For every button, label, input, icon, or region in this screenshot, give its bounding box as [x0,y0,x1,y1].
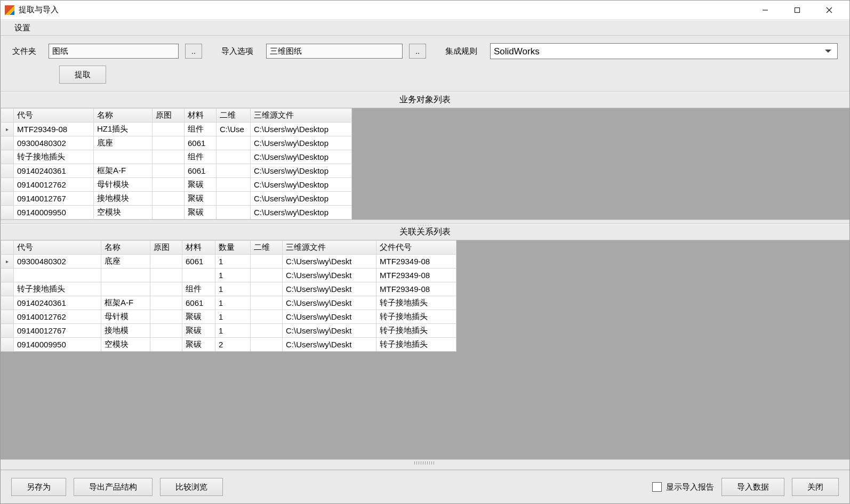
table-cell[interactable]: 09140012762 [14,310,101,324]
row-header[interactable] [1,338,14,352]
table-cell[interactable]: C:\Users\wy\Desktop [251,192,352,206]
table-cell[interactable]: C:\Users\wy\Deskt [283,296,376,310]
table-row[interactable]: 1C:\Users\wy\DesktMTF29349-08 [1,269,456,282]
table-row[interactable]: 09140012762母针模聚碳1C:\Users\wy\Deskt转子接地插头 [1,310,456,324]
table-cell[interactable]: 1 [215,255,251,269]
table-cell[interactable] [216,206,251,220]
table-cell[interactable] [101,269,150,282]
save-as-button[interactable]: 另存为 [11,478,66,496]
table-cell[interactable] [251,324,283,338]
table-cell[interactable]: MTF29349-08 [14,123,94,136]
table-cell[interactable]: C:\Users\wy\Deskt [283,269,376,282]
table-cell[interactable]: 聚碳 [185,178,216,192]
table-cell[interactable] [216,192,251,206]
table-row[interactable]: 转子接地插头组件C:\Users\wy\Desktop [1,150,352,164]
table-cell[interactable]: C:\Users\wy\Desktop [251,136,352,150]
table-cell[interactable]: 空模块 [94,206,153,220]
maximize-button[interactable] [781,1,813,20]
row-header-corner[interactable] [1,241,14,255]
menu-settings[interactable]: 设置 [10,22,35,34]
table-cell[interactable]: 2 [215,338,251,352]
table-cell[interactable] [153,123,185,136]
table-cell[interactable]: C:\Users\wy\Deskt [283,338,376,352]
table-cell[interactable] [150,296,182,310]
table-cell[interactable]: C:\Users\wy\Deskt [283,255,376,269]
table-cell[interactable] [216,164,251,178]
table-cell[interactable]: 6061 [182,255,215,269]
splitter-1[interactable] [1,220,849,224]
column-header[interactable]: 原图 [153,109,185,123]
table-cell[interactable]: 09300480302 [14,136,94,150]
column-header[interactable]: 数量 [215,241,251,255]
table-cell[interactable]: C:\Users\wy\Desktop [251,178,352,192]
table-cell[interactable] [182,269,215,282]
table-cell[interactable]: 1 [215,324,251,338]
table-cell[interactable]: 1 [215,282,251,296]
table-cell[interactable] [216,136,251,150]
table-cell[interactable]: 聚碳 [182,338,215,352]
row-header-corner[interactable] [1,109,14,123]
table-row[interactable]: 09140009950空模块聚碳C:\Users\wy\Desktop [1,206,352,220]
table-cell[interactable]: C:\Users\wy\Desktop [251,150,352,164]
table-cell[interactable] [153,192,185,206]
column-header[interactable]: 三维源文件 [251,109,352,123]
row-header[interactable] [1,282,14,296]
column-header[interactable]: 原图 [150,241,182,255]
table-cell[interactable]: 聚碳 [182,310,215,324]
table-cell[interactable] [216,178,251,192]
table-cell[interactable]: 6061 [185,164,216,178]
table-cell[interactable]: 1 [215,296,251,310]
table-cell[interactable]: 09140009950 [14,338,101,352]
table-cell[interactable] [251,338,283,352]
table-cell[interactable]: 聚碳 [185,206,216,220]
table-cell[interactable]: 框架A-F [94,164,153,178]
table-row[interactable]: 09140009950空模块聚碳2C:\Users\wy\Deskt转子接地插头 [1,338,456,352]
table-cell[interactable] [94,150,153,164]
table-cell[interactable]: 框架A-F [101,296,150,310]
table-cell[interactable]: 底座 [101,255,150,269]
table-cell[interactable]: 转子接地插头 [376,338,456,352]
row-header[interactable] [1,324,14,338]
rule-combobox[interactable]: SolidWorks [490,43,838,59]
column-header[interactable]: 代号 [14,109,94,123]
table-cell[interactable]: C:\Use [216,123,251,136]
import-option-browse-button[interactable]: .. [409,44,426,59]
table-cell[interactable]: 转子接地插头 [376,296,456,310]
table-cell[interactable]: 接地模块 [94,192,153,206]
column-header[interactable]: 名称 [101,241,150,255]
export-structure-button[interactable]: 导出产品结构 [74,478,153,496]
table-cell[interactable]: 09140012767 [14,192,94,206]
table-cell[interactable]: 组件 [185,123,216,136]
folder-browse-button[interactable]: .. [185,44,202,59]
table-row[interactable]: 09140240361框架A-F6061C:\Users\wy\Desktop [1,164,352,178]
splitter-2[interactable] [1,459,849,470]
table-cell[interactable]: 聚碳 [185,192,216,206]
table-cell[interactable]: 转子接地插头 [376,324,456,338]
table-cell[interactable] [251,255,283,269]
business-object-table[interactable]: 代号名称原图材料二维三维源文件▸MTF29349-08HZ1插头组件C:\Use… [1,108,352,220]
table-cell[interactable]: C:\Users\wy\Deskt [283,324,376,338]
column-header[interactable]: 二维 [216,109,251,123]
table-cell[interactable]: C:\Users\wy\Deskt [283,282,376,296]
column-header[interactable]: 父件代号 [376,241,456,255]
table-cell[interactable]: 09140012762 [14,178,94,192]
table-cell[interactable]: 母针模 [101,310,150,324]
row-header[interactable]: ▸ [1,123,14,136]
table-cell[interactable]: MTF29349-08 [376,282,456,296]
column-header[interactable]: 三维源文件 [283,241,376,255]
table-row[interactable]: 09140012767接地模块聚碳C:\Users\wy\Desktop [1,192,352,206]
grid2-wrap[interactable]: 代号名称原图材料数量二维三维源文件父件代号▸09300480302底座60611… [1,240,849,352]
row-header[interactable] [1,206,14,220]
column-header[interactable]: 代号 [14,241,101,255]
table-row[interactable]: ▸09300480302底座60611C:\Users\wy\DesktMTF2… [1,255,456,269]
table-cell[interactable]: 6061 [182,296,215,310]
table-cell[interactable]: 母针模块 [94,178,153,192]
table-cell[interactable]: C:\Users\wy\Desktop [251,206,352,220]
table-row[interactable]: 转子接地插头组件1C:\Users\wy\DesktMTF29349-08 [1,282,456,296]
table-cell[interactable]: 6061 [185,136,216,150]
folder-input[interactable] [49,44,179,59]
table-cell[interactable] [14,269,101,282]
table-row[interactable]: 09140012767接地模聚碳1C:\Users\wy\Deskt转子接地插头 [1,324,456,338]
table-cell[interactable] [216,150,251,164]
table-cell[interactable]: 空模块 [101,338,150,352]
